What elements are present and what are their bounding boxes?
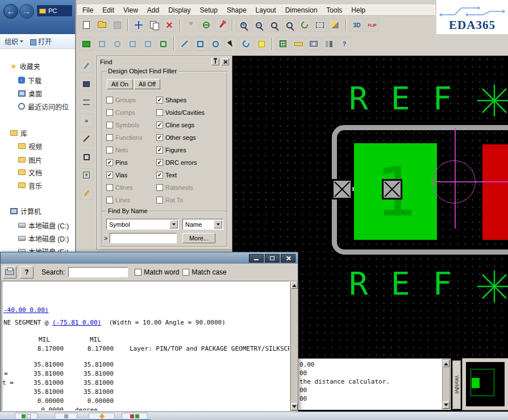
match-case-option[interactable]: Match case (182, 268, 226, 276)
sidebar-item-music[interactable]: 音乐 (0, 180, 75, 191)
filter-functions[interactable]: Functions (106, 134, 143, 142)
menu-display[interactable]: Display (164, 5, 195, 15)
filter-nets[interactable]: Nets (106, 146, 128, 154)
flip-design-button[interactable]: FLIP (365, 18, 379, 32)
checkbox[interactable] (156, 197, 163, 203)
scroll-down-button[interactable] (291, 403, 298, 410)
menu-shape[interactable]: Shape (222, 5, 251, 15)
checkbox[interactable]: ✓ (106, 159, 113, 166)
checkbox[interactable]: ✓ (156, 122, 163, 128)
more-button[interactable]: More... (182, 233, 215, 243)
filter-vias[interactable]: ✓Vias (106, 171, 127, 179)
find-type-select[interactable]: Symbol (106, 219, 179, 230)
minimize-button[interactable] (249, 254, 264, 263)
menu-file[interactable]: File (78, 5, 98, 15)
menu-edit[interactable]: Edit (98, 5, 119, 15)
taskbar-item-4[interactable] (122, 413, 148, 419)
filter-groups[interactable]: Groups (106, 96, 136, 104)
menu-help[interactable]: Help (347, 5, 370, 15)
checkbox[interactable]: ✓ (106, 172, 113, 178)
sidebar-item-disk-d[interactable]: 本地磁盘 (D:) (0, 232, 75, 244)
sidebar-item-desktop[interactable]: 桌面 (0, 88, 75, 99)
command-console[interactable]: 0.00 00 the distance calculator. 00 00 (297, 358, 451, 410)
filter-pins[interactable]: ✓Pins (106, 159, 127, 167)
mirror-icon[interactable] (322, 37, 336, 51)
checkbox[interactable]: ✓ (156, 97, 163, 103)
menu-setup[interactable]: Setup (195, 5, 222, 15)
zoom-window-icon[interactable] (313, 18, 327, 32)
breadcrumb[interactable]: PC (48, 7, 57, 14)
shape-select-icon[interactable] (126, 37, 139, 51)
filter-other-segs[interactable]: ✓Other segs (156, 134, 196, 142)
checkbox[interactable] (106, 122, 113, 128)
taskbar-item-1[interactable] (15, 413, 38, 419)
sidebar-item-downloads[interactable]: ↓下载 (0, 74, 75, 86)
find-mode-select[interactable]: Name (182, 219, 223, 230)
open-button[interactable]: 打开 (30, 36, 52, 46)
find-panel-header[interactable]: Find (98, 57, 231, 66)
menu-view[interactable]: View (119, 5, 143, 15)
dropdown-button[interactable] (169, 220, 178, 228)
color-grid-icon[interactable] (276, 37, 290, 51)
report-scrollbar[interactable] (290, 281, 298, 411)
organize-button[interactable]: 组织 (5, 36, 23, 46)
filter-lines[interactable]: Lines (106, 196, 130, 204)
scroll-up-button[interactable] (291, 281, 298, 289)
globe-icon[interactable] (199, 18, 213, 32)
sidebar-item-pictures[interactable]: 图片 (0, 154, 75, 165)
draw-line-icon[interactable] (80, 132, 93, 145)
find-name-input[interactable] (110, 233, 177, 243)
coord-link[interactable]: -40.00 0.00) (3, 306, 48, 314)
zoom-out-icon[interactable]: − (252, 18, 265, 32)
scroll-up-button[interactable] (443, 360, 449, 367)
forward-button[interactable]: → (19, 4, 34, 19)
checkbox[interactable]: ✓ (156, 147, 163, 153)
taskbar-item-3[interactable] (89, 413, 115, 419)
maximize-button[interactable] (265, 254, 280, 263)
select-cursor-icon[interactable] (224, 37, 238, 51)
help-icon[interactable]: ? (338, 37, 351, 51)
filter-ratsnests[interactable]: Ratsnests (156, 184, 193, 192)
menu-dimension[interactable]: Dimension (281, 5, 322, 15)
move-icon[interactable] (132, 18, 145, 32)
polygon-icon[interactable] (141, 37, 155, 51)
filter-symbols[interactable]: Symbols (106, 121, 139, 129)
film-icon[interactable] (80, 77, 93, 91)
filter-cline-segs[interactable]: ✓Cline segs (156, 121, 194, 129)
zoom-in-icon[interactable]: + (236, 18, 250, 32)
segment-coord-link[interactable]: (-75.81 0.00) (52, 319, 101, 326)
edit-text-icon[interactable] (80, 186, 93, 200)
match-word-option[interactable]: Match word (135, 268, 179, 276)
all-off-button[interactable]: All Off (134, 79, 160, 89)
via-cross-square-icon[interactable] (334, 181, 351, 198)
checkbox[interactable] (156, 184, 163, 191)
checkbox[interactable] (106, 197, 113, 203)
checkbox[interactable] (106, 109, 113, 116)
checkbox[interactable] (106, 184, 113, 191)
close-panel-button[interactable] (221, 58, 229, 65)
camera-icon[interactable] (307, 37, 320, 51)
redraw-icon[interactable] (298, 18, 311, 32)
worldview-panel[interactable] (462, 358, 508, 410)
menu-add[interactable]: Add (143, 5, 164, 15)
sidebar-item-libraries[interactable]: 库 (0, 127, 75, 139)
checkbox[interactable] (106, 147, 113, 153)
arrow-down-icon[interactable] (184, 18, 198, 32)
filter-comps[interactable]: Comps (106, 109, 135, 117)
add-rect-icon[interactable] (193, 37, 207, 51)
filter-text[interactable]: ✓Text (156, 171, 177, 179)
filter-shapes[interactable]: ✓Shapes (156, 96, 186, 104)
sidebar-item-documents[interactable]: 文档 (0, 167, 75, 178)
expand-chevrons-icon[interactable]: » (80, 114, 93, 127)
filter-clines[interactable]: Clines (106, 184, 133, 192)
worldview-tab[interactable]: WorldVi (452, 360, 461, 409)
filter-drc-errors[interactable]: ✓DRC errors (156, 159, 197, 167)
shade-mode-icon[interactable] (328, 18, 342, 32)
delete-icon[interactable] (163, 18, 176, 32)
highlight-icon[interactable] (255, 37, 268, 51)
measure-ruler-icon[interactable] (292, 37, 305, 51)
close-button[interactable] (281, 254, 295, 263)
checkbox[interactable] (135, 269, 141, 276)
element-window-titlebar[interactable] (1, 252, 298, 264)
checkbox[interactable]: ✓ (156, 172, 163, 178)
